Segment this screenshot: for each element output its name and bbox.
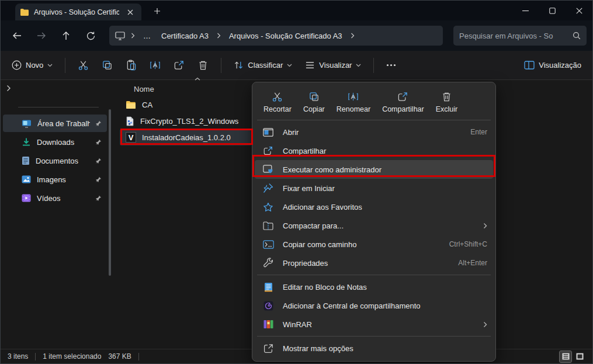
sidebar-item-label: Documentos	[36, 157, 90, 165]
file-row-ca[interactable]: CA	[120, 96, 252, 113]
sort-ascending-icon	[195, 77, 200, 81]
rename-button[interactable]	[144, 55, 166, 75]
breadcrumb-ellipsis[interactable]: …	[141, 30, 153, 42]
menu-separator	[257, 275, 491, 275]
delete-quick-button[interactable]: Excluir	[431, 87, 463, 116]
menu-shortcut: Alt+Enter	[458, 259, 487, 267]
sidebar-expand-icon[interactable]	[6, 85, 11, 92]
share-quick-button[interactable]: Compartilhar	[377, 87, 429, 116]
copy-button[interactable]	[96, 55, 118, 75]
breadcrumb-item-parent[interactable]: Certificado A3	[159, 30, 211, 42]
sidebar-item-videos[interactable]: Vídeos	[3, 189, 107, 207]
pin-icon	[96, 139, 102, 145]
search-icon[interactable]	[573, 32, 581, 40]
paste-button[interactable]	[120, 55, 142, 75]
menu-item-compartilhar[interactable]: Compartilhar	[255, 141, 493, 160]
cut-quick-button[interactable]: Recortar	[258, 87, 297, 116]
sidebar-item-label: Imagens	[37, 175, 90, 184]
registry-file-icon	[126, 116, 134, 126]
file-row-instalador[interactable]: V InstaladorCadeias_1.0.2.0	[120, 129, 252, 145]
context-menu: Recortar Copiar Renomear Compartilhar	[252, 82, 496, 362]
installer-app-icon: V	[126, 132, 136, 143]
refresh-button[interactable]	[80, 26, 101, 45]
navigation-pane: Área de Trabalho Downloads	[1, 80, 117, 349]
folder-icon	[126, 100, 136, 109]
explorer-tab[interactable]: Arquivos - Solução Certificado	[15, 4, 141, 20]
back-button[interactable]	[6, 26, 27, 45]
preview-pane-button[interactable]: Visualização	[519, 56, 587, 74]
file-name: CA	[142, 100, 152, 109]
cut-button[interactable]	[72, 55, 94, 75]
sidebar-item-label: Downloads	[37, 138, 90, 147]
menu-item-winrar[interactable]: WinRAR	[255, 315, 493, 334]
app-window-icon	[262, 128, 274, 137]
sort-button-label: Classificar	[248, 61, 283, 70]
desktop-icon	[22, 119, 32, 128]
context-menu-quick-actions: Recortar Copiar Renomear Compartilhar	[255, 85, 493, 117]
pin-icon	[96, 195, 102, 202]
cut-icon	[272, 91, 283, 102]
breadcrumb[interactable]: … Certificado A3 Arquivos - Solução Cert…	[109, 26, 443, 46]
details-view-toggle[interactable]	[560, 351, 571, 362]
close-button[interactable]	[566, 1, 592, 20]
status-separator	[35, 353, 36, 360]
menu-item-executar-como-administrador[interactable]: Executar como administrador	[255, 160, 493, 179]
up-button[interactable]	[56, 26, 77, 45]
menu-separator	[257, 120, 491, 120]
column-header-name[interactable]: Nome	[134, 85, 154, 93]
search-placeholder: Pesquisar em Arquivos - So	[459, 32, 568, 40]
toolbar-separator	[373, 58, 374, 73]
tab-close-icon[interactable]	[124, 6, 137, 19]
sort-button[interactable]: Classificar	[228, 56, 297, 75]
folder-icon	[20, 8, 29, 16]
sidebar-item-documents[interactable]: Documentos	[3, 152, 107, 169]
view-button[interactable]: Visualizar	[300, 56, 366, 74]
sidebar-item-pictures[interactable]: Imagens	[3, 171, 107, 188]
rename-quick-button[interactable]: Renomear	[331, 87, 376, 116]
share-icon	[262, 145, 274, 156]
documents-icon	[22, 156, 30, 165]
zip-folder-icon	[262, 221, 274, 230]
search-input[interactable]: Pesquisar em Arquivos - So	[453, 26, 587, 46]
sidebar-item-desktop[interactable]: Área de Trabalho	[3, 115, 107, 132]
this-pc-icon[interactable]	[115, 32, 125, 40]
chevron-right-icon	[351, 33, 355, 39]
sidebar-pinned-list: Área de Trabalho Downloads	[3, 115, 107, 208]
more-commands-button[interactable]	[381, 59, 401, 71]
sort-arrows-icon	[234, 60, 244, 70]
menu-item-copiar-como-caminho[interactable]: Copiar como caminho Ctrl+Shift+C	[255, 235, 493, 254]
toolbar-separator	[65, 58, 65, 73]
menu-item-mostrar-mais-opcoes[interactable]: Mostrar mais opções	[255, 339, 493, 358]
sidebar-scrollbar[interactable]	[109, 109, 111, 276]
thumbnail-view-toggle[interactable]	[574, 351, 585, 362]
sidebar-item-downloads[interactable]: Downloads	[3, 133, 107, 151]
new-button-label: Novo	[26, 61, 43, 70]
menu-item-abrir[interactable]: Abrir Enter	[255, 123, 493, 141]
new-tab-button[interactable]	[150, 4, 165, 19]
share-button[interactable]	[168, 55, 190, 75]
maximize-button[interactable]	[539, 1, 566, 20]
rename-quick-label: Renomear	[337, 105, 370, 113]
pin-icon	[96, 176, 102, 183]
delete-button[interactable]	[192, 55, 214, 75]
menu-item-adicionar-a-central-de-compartilhamento[interactable]: Adicionar à Central de compartilhamento	[255, 296, 493, 315]
copy-quick-button[interactable]: Copiar	[298, 87, 330, 116]
minimize-button[interactable]	[512, 1, 539, 20]
menu-shortcut: Ctrl+Shift+C	[449, 240, 487, 248]
menu-item-editar-no-bloco-de-notas[interactable]: Editar no Bloco de Notas	[255, 278, 493, 296]
menu-item-propriedades[interactable]: Propriedades Alt+Enter	[255, 254, 493, 272]
submenu-chevron-icon	[483, 223, 487, 229]
breadcrumb-item-current[interactable]: Arquivos - Solução Certificado A3	[227, 30, 345, 42]
address-bar: … Certificado A3 Arquivos - Solução Cert…	[1, 20, 592, 51]
chevron-right-icon	[131, 33, 135, 39]
copy-path-icon	[262, 240, 274, 249]
wrench-icon	[262, 258, 274, 268]
forward-button[interactable]	[31, 26, 52, 45]
menu-item-compactar-para[interactable]: Compactar para...	[255, 216, 493, 235]
new-button[interactable]: Novo	[6, 56, 58, 75]
file-row-fixcrypto[interactable]: FixCrypto_TLS1_2_Windows	[120, 113, 252, 129]
plus-circle-icon	[12, 60, 22, 70]
menu-item-adicionar-aos-favoritos[interactable]: Adicionar aos Favoritos	[255, 197, 493, 216]
menu-item-fixar-em-iniciar[interactable]: Fixar em Iniciar	[255, 179, 493, 197]
sidebar-item-label: Vídeos	[37, 194, 90, 203]
